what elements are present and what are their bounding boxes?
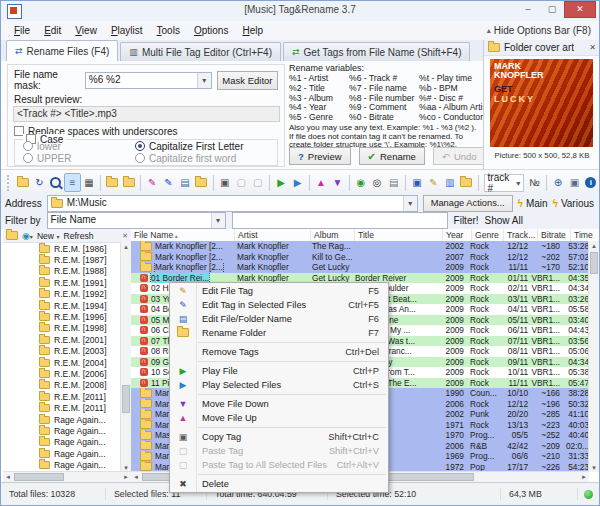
column-header-Year[interactable]: Year bbox=[443, 229, 472, 241]
tree-item[interactable]: Rage Again... bbox=[3, 459, 121, 470]
renumber-icon[interactable]: № bbox=[526, 173, 542, 192]
tree-item[interactable]: R.E.M. [1988] bbox=[3, 266, 121, 277]
edit-tags-icon[interactable]: ✎ bbox=[160, 173, 176, 192]
panels-icon[interactable]: ▣ bbox=[566, 173, 582, 192]
table-row[interactable]: Mark Knopfler [2...Mark KnopflerGet Luck… bbox=[131, 262, 589, 273]
list-vertical-scrollbar[interactable]: ▴ ▾ bbox=[588, 241, 599, 472]
context-menu-item[interactable]: ✎Edit File TagF5 bbox=[170, 284, 388, 298]
menu-tools[interactable]: Tools bbox=[150, 23, 187, 38]
context-menu-item[interactable]: ✖Delete bbox=[170, 477, 388, 491]
menu-view[interactable]: View bbox=[68, 23, 104, 38]
amazon-search-icon[interactable]: ◉ bbox=[353, 173, 369, 192]
context-menu-item[interactable]: ✎Edit Tag in Selected FilesCtrl+F5 bbox=[170, 298, 388, 312]
table-row[interactable]: Mark Knopfler [2...Mark KnopflerKill to … bbox=[131, 252, 589, 263]
scroll-down-icon[interactable]: ▾ bbox=[589, 463, 599, 472]
tree-item[interactable]: Rage Again... bbox=[3, 425, 121, 436]
scroll-up-icon[interactable]: ▴ bbox=[589, 241, 599, 250]
context-menu-item[interactable]: ▶Play Selected FilesCtrl+S bbox=[170, 378, 388, 392]
copy-files-icon[interactable]: ▥ bbox=[442, 173, 458, 192]
radio-upper[interactable]: UPPER bbox=[23, 153, 71, 165]
filter-field-combo[interactable]: File Name bbox=[47, 212, 226, 229]
move-up-icon[interactable]: ▲ bbox=[313, 173, 329, 192]
move-down-icon[interactable]: ▼ bbox=[329, 173, 345, 192]
show-all-button[interactable]: Show All bbox=[485, 215, 523, 226]
context-menu-item[interactable]: ▢Paste Tag to All Selected FilesCtrl+Alt… bbox=[170, 458, 388, 472]
close-button[interactable]: ✕ bbox=[564, 1, 596, 18]
menu-options[interactable]: Options bbox=[187, 23, 235, 38]
undo-button[interactable]: ↶Undo bbox=[433, 147, 486, 165]
tree-item[interactable]: R.E.M. [1986] bbox=[3, 243, 121, 254]
context-menu-item[interactable]: Rename FolderF7 bbox=[170, 326, 388, 340]
tree-item[interactable]: R.E.M. [2004] bbox=[3, 357, 121, 368]
paste-all-icon[interactable]: ▢ bbox=[249, 173, 265, 192]
chevron-down-icon[interactable] bbox=[197, 73, 211, 88]
open-folder-icon[interactable] bbox=[15, 173, 31, 192]
scroll-right-icon[interactable]: ▸ bbox=[579, 472, 589, 481]
web-search-icon[interactable]: ⊕ bbox=[550, 173, 566, 192]
preview-button[interactable]: ?Preview bbox=[289, 147, 351, 165]
column-header-File Name[interactable]: File Name ▴ bbox=[131, 229, 235, 241]
radio-lower[interactable]: lower bbox=[23, 141, 71, 153]
tree-item[interactable]: R.E.M. [1996] bbox=[3, 311, 121, 322]
chevron-down-icon[interactable] bbox=[211, 213, 225, 228]
column-header-Bitrate[interactable]: Bitrate bbox=[538, 229, 571, 241]
menu-playlist[interactable]: Playlist bbox=[104, 23, 150, 38]
tree-item[interactable]: R.E.M. [1992] bbox=[3, 289, 121, 300]
tree-view-icon[interactable]: ≡ bbox=[64, 173, 80, 192]
minimize-button[interactable]: – bbox=[516, 1, 540, 18]
context-menu-item[interactable]: ▢Paste TagShift+Ctrl+V bbox=[170, 444, 388, 458]
chevron-down-icon[interactable] bbox=[516, 177, 520, 188]
radio-icon[interactable] bbox=[23, 141, 33, 151]
play-file-icon[interactable]: ▶ bbox=[273, 173, 289, 192]
tree-item[interactable]: R.E.M. [2008] bbox=[3, 380, 121, 391]
menu-edit[interactable]: Edit bbox=[37, 23, 68, 38]
tree-item[interactable]: R.E.M. [2011] bbox=[3, 402, 121, 413]
refresh-icon[interactable]: ↻ bbox=[31, 173, 47, 192]
menu-help[interactable]: Help bbox=[235, 23, 270, 38]
tree-vertical-scrollbar[interactable]: ▴ ▾ bbox=[120, 242, 131, 472]
radio-icon[interactable] bbox=[23, 153, 33, 163]
edit-tag-icon[interactable]: ✎ bbox=[144, 173, 160, 192]
paste-tag-icon[interactable]: ▢ bbox=[233, 173, 249, 192]
scroll-right-icon[interactable]: ▸ bbox=[121, 472, 131, 481]
column-header-Time[interactable]: Time bbox=[571, 229, 600, 241]
chevron-down-icon[interactable] bbox=[403, 196, 417, 211]
radio-capitalize-first-letter[interactable]: Capitalize First Letter bbox=[135, 141, 243, 153]
main-action-button[interactable]: ϟMain bbox=[518, 198, 548, 209]
tree-item[interactable]: R.E.M. [1987] bbox=[3, 254, 121, 265]
tree-item[interactable]: R.E.M. [1994] bbox=[3, 300, 121, 311]
context-menu-item[interactable]: ▲Move File Up bbox=[170, 411, 388, 425]
context-menu-item[interactable]: Remove TagsCtrl+Del bbox=[170, 345, 388, 359]
tree-item[interactable]: R.E.M. [2006] bbox=[3, 368, 121, 379]
column-header-Artist[interactable]: Artist bbox=[235, 229, 311, 241]
search-icon[interactable] bbox=[48, 173, 64, 192]
cd-drive-icon[interactable]: ▤ bbox=[385, 173, 401, 192]
play-selected-icon[interactable]: ▶ bbox=[289, 173, 305, 192]
scroll-left-icon[interactable]: ◂ bbox=[3, 472, 13, 481]
globe-icon[interactable]: ◉▾ bbox=[22, 231, 33, 241]
cd-icon[interactable]: ◎ bbox=[369, 173, 385, 192]
album-art[interactable]: MARK KNOPFLER GET LUCKY bbox=[490, 59, 593, 147]
menu-file[interactable]: File bbox=[7, 23, 37, 38]
grid-view-icon[interactable]: ▦ bbox=[81, 173, 97, 192]
scrollbar-thumb[interactable] bbox=[122, 385, 130, 413]
tree-refresh-button[interactable]: Refresh bbox=[63, 231, 93, 241]
tab-2[interactable]: ▥Multi File Tag Editor (Ctrl+F4) bbox=[120, 42, 281, 61]
folder-up-icon[interactable] bbox=[104, 173, 120, 192]
mask-editor-button[interactable]: Mask Editor bbox=[217, 71, 278, 90]
folder-icon[interactable] bbox=[6, 231, 18, 240]
scrollbar-thumb[interactable] bbox=[590, 252, 598, 274]
copy-tag-icon[interactable]: ▣ bbox=[217, 173, 233, 192]
context-menu-item[interactable]: ▣Copy TagShift+Ctrl+C bbox=[170, 430, 388, 444]
cover-art-icon[interactable]: ▣ bbox=[409, 173, 425, 192]
various-action-button[interactable]: ϟVarious bbox=[553, 198, 594, 209]
maximize-button[interactable]: ▢ bbox=[540, 1, 564, 18]
address-combo[interactable]: M:\Music bbox=[47, 195, 418, 212]
column-header-Genre[interactable]: Genre bbox=[472, 229, 504, 241]
context-menu-item[interactable]: ▼Move File Down bbox=[170, 397, 388, 411]
radio-icon[interactable] bbox=[135, 153, 145, 163]
radio-capitalize-first-word[interactable]: Capitalize first word bbox=[135, 153, 243, 165]
edit-filename-icon[interactable]: ✎ bbox=[425, 173, 441, 192]
close-icon[interactable]: ✕ bbox=[122, 232, 128, 240]
context-menu-item[interactable]: ▤Edit File/Folder NameF6 bbox=[170, 312, 388, 326]
